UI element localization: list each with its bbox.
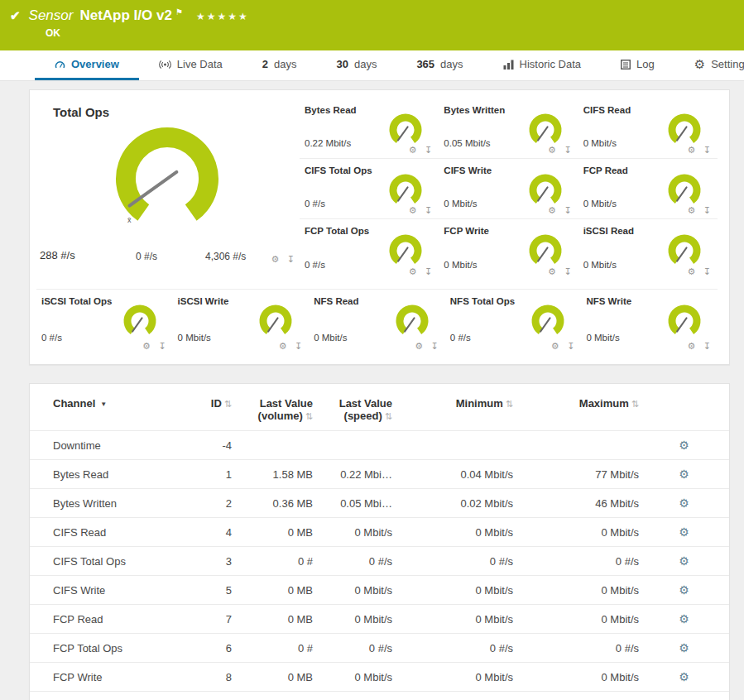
channel-table-row[interactable]: FCP Write 8 0 MB 0 Mbit/s 0 Mbit/s 0 Mbi… bbox=[30, 663, 729, 692]
column-label: Last Value bbox=[339, 397, 392, 410]
gauge-settings-icon[interactable]: ⚙ bbox=[548, 266, 556, 276]
flag-icon[interactable]: ⚑ bbox=[175, 7, 183, 17]
sort-icon: ⇅ bbox=[224, 399, 232, 409]
tab-365-days[interactable]: 365 days bbox=[396, 50, 482, 80]
channel-settings-gear-icon[interactable]: ⚙ bbox=[679, 467, 689, 481]
column-header-last-value-speed[interactable]: Last Value (speed)⇅ bbox=[313, 384, 392, 431]
gauge-download-icon[interactable]: ↧ bbox=[703, 341, 711, 351]
column-header-maximum[interactable]: Maximum⇅ bbox=[513, 384, 639, 431]
tab-30-days[interactable]: 30 days bbox=[316, 50, 396, 80]
channel-id-cell: 7 bbox=[180, 605, 232, 634]
channel-gauge-cell: iSCSI Read 0 Mbit/s ⚙ ↧ bbox=[578, 219, 718, 280]
channel-settings-gear-icon[interactable]: ⚙ bbox=[679, 554, 689, 568]
gauge-download-icon[interactable]: ↧ bbox=[564, 145, 571, 155]
gauge-value: 0.05 Mbit/s bbox=[444, 138, 490, 148]
gauge-settings-icon[interactable]: ⚙ bbox=[415, 341, 423, 351]
gauge-download-icon[interactable]: ↧ bbox=[703, 205, 711, 215]
tab-settings[interactable]: ⚙ Settings bbox=[674, 50, 744, 80]
gauge-dial bbox=[526, 301, 569, 338]
gauge-download-icon[interactable]: ↧ bbox=[431, 341, 439, 351]
channel-name-cell[interactable]: FCP Write bbox=[30, 663, 180, 692]
gauge-download-icon[interactable]: ↧ bbox=[567, 341, 574, 351]
gauge-value: 0 Mbit/s bbox=[444, 199, 477, 209]
minimum-cell: 0 #/s bbox=[392, 547, 513, 576]
gauge-dial bbox=[524, 231, 567, 267]
gauge-title: NFS Total Ops bbox=[450, 296, 515, 306]
minimum-cell: 0 #/s bbox=[392, 634, 513, 663]
gauge-download-icon[interactable]: ↧ bbox=[564, 266, 571, 276]
gauge-settings-icon[interactable]: ⚙ bbox=[687, 341, 695, 351]
gauge-download-icon[interactable]: ↧ bbox=[425, 205, 432, 215]
channel-settings-gear-icon[interactable]: ⚙ bbox=[679, 496, 689, 510]
gauge-settings-icon[interactable]: ⚙ bbox=[271, 254, 279, 264]
gauge-settings-icon[interactable]: ⚙ bbox=[687, 145, 695, 155]
gauge-settings-icon[interactable]: ⚙ bbox=[687, 205, 695, 215]
column-header-minimum[interactable]: Minimum⇅ bbox=[392, 384, 513, 431]
channel-settings-gear-icon[interactable]: ⚙ bbox=[679, 641, 689, 654]
channel-table-row[interactable]: FCP Total Ops 6 0 # 0 #/s 0 #/s 0 #/s ⚙ bbox=[30, 634, 729, 663]
gauge-title: CIFS Total Ops bbox=[305, 165, 372, 175]
channel-name-cell[interactable]: Bytes Written bbox=[30, 489, 180, 518]
bar-chart-icon bbox=[503, 60, 514, 70]
channel-name-cell[interactable]: CIFS Total Ops bbox=[30, 547, 180, 576]
channel-table-row[interactable]: Downtime -4 ⚙ bbox=[30, 431, 729, 460]
last-value-speed-cell: 0 #/s bbox=[313, 547, 392, 576]
minimum-cell: 0 Mbit/s bbox=[392, 576, 513, 605]
prtg-sensor-page: ✔ Sensor NetApp I/O v2 ⚑ ★★★★★ OK Overvi… bbox=[0, 0, 744, 700]
gauge-download-icon[interactable]: ↧ bbox=[158, 341, 166, 351]
gauge-settings-icon[interactable]: ⚙ bbox=[279, 341, 287, 351]
channel-table-row[interactable]: CIFS Write 5 0 MB 0 Mbit/s 0 Mbit/s 0 Mb… bbox=[30, 576, 729, 605]
gauge-dial bbox=[391, 301, 434, 338]
channel-name-cell[interactable]: FCP Read bbox=[30, 605, 180, 634]
channel-settings-gear-icon[interactable]: ⚙ bbox=[679, 583, 689, 597]
channel-name-cell[interactable]: Bytes Read bbox=[30, 460, 180, 489]
gauge-download-icon[interactable]: ↧ bbox=[287, 254, 295, 264]
maximum-cell: 77 Mbit/s bbox=[513, 460, 639, 489]
channel-name-cell[interactable]: CIFS Write bbox=[30, 576, 180, 605]
channel-table-row[interactable]: FCP Read 7 0 MB 0 Mbit/s 0 Mbit/s 0 Mbit… bbox=[30, 605, 729, 634]
tab-log[interactable]: Log bbox=[601, 50, 674, 80]
gauge-settings-icon[interactable]: ⚙ bbox=[548, 205, 556, 215]
column-header-id[interactable]: ID⇅ bbox=[180, 384, 232, 431]
gauge-settings-icon[interactable]: ⚙ bbox=[548, 145, 556, 155]
channel-settings-gear-icon[interactable]: ⚙ bbox=[679, 612, 689, 626]
channel-settings-gear-icon[interactable]: ⚙ bbox=[679, 670, 689, 683]
channel-gauge-cell: CIFS Read 0 Mbit/s ⚙ ↧ bbox=[578, 98, 718, 159]
channel-table-row[interactable]: iSCSI Read 10 0 MB 0 Mbit/s 0 Mbit/s 0 M… bbox=[30, 692, 729, 700]
tab-historic-data[interactable]: Historic Data bbox=[483, 50, 601, 80]
channel-table-row[interactable]: CIFS Total Ops 3 0 # 0 #/s 0 #/s 0 #/s ⚙ bbox=[30, 547, 729, 576]
maximum-cell: 0 Mbit/s bbox=[513, 576, 639, 605]
channel-id-cell: 1 bbox=[180, 460, 232, 489]
gauge-settings-icon[interactable]: ⚙ bbox=[409, 145, 417, 155]
gauge-settings-icon[interactable]: ⚙ bbox=[687, 266, 695, 276]
channel-settings-gear-icon[interactable]: ⚙ bbox=[679, 525, 689, 539]
gauge-download-icon[interactable]: ↧ bbox=[425, 145, 432, 155]
column-header-last-value-volume[interactable]: Last Value (volume)⇅ bbox=[232, 384, 313, 431]
gauge-download-icon[interactable]: ↧ bbox=[564, 205, 571, 215]
gauge-download-icon[interactable]: ↧ bbox=[703, 266, 711, 276]
priority-stars[interactable]: ★★★★★ bbox=[196, 11, 249, 22]
gauge-settings-icon[interactable]: ⚙ bbox=[551, 341, 559, 351]
channel-table-row[interactable]: Bytes Written 2 0.36 MB 0.05 Mbi… 0.02 M… bbox=[30, 489, 729, 518]
gauge-settings-icon[interactable]: ⚙ bbox=[142, 341, 151, 351]
tab-overview[interactable]: Overview bbox=[35, 50, 139, 80]
channel-name-cell[interactable]: FCP Total Ops bbox=[30, 634, 180, 663]
tab-live-data[interactable]: Live Data bbox=[139, 50, 242, 80]
channel-name-cell[interactable]: Downtime bbox=[30, 431, 180, 460]
gauge-settings-icon[interactable]: ⚙ bbox=[409, 205, 417, 215]
gauge-download-icon[interactable]: ↧ bbox=[703, 145, 711, 155]
main-gauge-min-label: 0 #/s bbox=[136, 251, 157, 262]
tab-2-days[interactable]: 2 days bbox=[242, 50, 317, 80]
channel-table-row[interactable]: CIFS Read 4 0 MB 0 Mbit/s 0 Mbit/s 0 Mbi… bbox=[30, 518, 729, 547]
gauge-download-icon[interactable]: ↧ bbox=[295, 341, 302, 351]
gauge-download-icon[interactable]: ↧ bbox=[425, 266, 432, 276]
channel-name-cell[interactable]: CIFS Read bbox=[30, 518, 180, 547]
main-gauge-max-label: 4,306 #/s bbox=[205, 251, 246, 262]
channel-table-row[interactable]: Bytes Read 1 1.58 MB 0.22 Mbi… 0.04 Mbit… bbox=[30, 460, 729, 489]
channel-settings-gear-icon[interactable]: ⚙ bbox=[679, 439, 689, 452]
column-label: Maximum bbox=[579, 397, 629, 410]
tab-label: Live Data bbox=[177, 58, 223, 70]
gauge-settings-icon[interactable]: ⚙ bbox=[409, 266, 417, 276]
column-header-channel[interactable]: Channel▼ bbox=[30, 384, 180, 431]
channel-name-cell[interactable]: iSCSI Read bbox=[30, 692, 180, 700]
